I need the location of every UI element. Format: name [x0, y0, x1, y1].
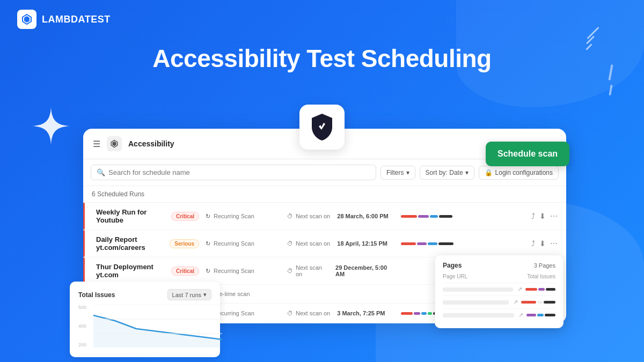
more-icon[interactable]: ⋯: [550, 212, 558, 220]
share-icon[interactable]: ⤴: [531, 239, 535, 248]
bar-segment: [418, 215, 429, 218]
popup-url-bar: [443, 313, 514, 317]
hamburger-icon[interactable]: ☰: [93, 139, 100, 149]
panel-logo: [107, 136, 122, 151]
row-name: Thur Deployment yt.com Critical: [92, 263, 199, 279]
table-row: Daily Report yt.com/careers Serious ↻ Re…: [83, 230, 566, 257]
chart-svg: [93, 305, 222, 348]
svg-marker-0: [93, 315, 222, 348]
badge-critical: Critical: [171, 212, 199, 221]
schedule-scan-button[interactable]: Schedule scan: [486, 142, 569, 166]
row-scan-type: ↻ Recurring Scan: [206, 213, 281, 220]
filters-button[interactable]: Filters ▾: [380, 166, 415, 180]
search-icon: 🔍: [97, 168, 105, 176]
recurring-icon: ↻: [206, 268, 210, 275]
external-link-icon[interactable]: ↗: [517, 286, 522, 293]
clock-icon: ⏱: [287, 213, 293, 219]
row-scan-type: ↻ Recurring Scan: [206, 240, 281, 247]
download-icon[interactable]: ⬇: [539, 239, 546, 248]
shield-icon-container: [299, 105, 345, 150]
row-next-scan: ⏱ Next scan on 28 March, 6:00 PM: [287, 213, 394, 219]
badge-serious: Serious: [170, 239, 199, 248]
bar-segment: [401, 215, 417, 218]
popup-title: Pages: [443, 262, 462, 269]
chart-header: Total Issues Last 7 runs ▾: [78, 289, 211, 300]
popup-header: Pages 3 Pages: [443, 262, 555, 269]
logo-text: LAMBDATEST: [42, 14, 111, 25]
filter-chevron-icon: ▾: [406, 169, 409, 176]
bar-segment: [428, 312, 432, 315]
bar-segment: [401, 312, 413, 315]
clock-icon: ⏱: [287, 240, 293, 247]
search-input[interactable]: [108, 168, 370, 176]
row-next-scan: ⏱ Next scan on 3 March, 7:25 PM: [287, 310, 394, 316]
row-actions: ⤴ ⬇ ⋯: [531, 239, 558, 248]
row-indicator: [83, 203, 85, 230]
bar-segment: [421, 312, 427, 315]
external-link-icon[interactable]: ↗: [518, 312, 523, 319]
row-actions: ⤴ ⬇ ⋯: [531, 212, 558, 220]
bar-segment: [417, 242, 427, 245]
chart-title: Total Issues: [78, 291, 115, 299]
row-next-scan: ⏱ Next scan on 18 April, 12:15 PM: [287, 240, 394, 247]
bar-segment: [430, 215, 438, 218]
external-link-icon[interactable]: ↗: [513, 299, 518, 306]
star-decoration: [32, 107, 70, 145]
bar-segment: [428, 242, 437, 245]
popup-columns: Page URL Total Issues: [443, 274, 555, 279]
clock-icon: ⏱: [287, 268, 293, 274]
chart-panel: Total Issues Last 7 runs ▾ 500 400 200: [70, 282, 220, 357]
popup-row: ↗: [443, 308, 555, 321]
row-name: Daily Report yt.com/careers Serious: [92, 235, 199, 252]
bar-segment: [439, 215, 452, 218]
chart-area: 500 400 200: [78, 305, 211, 350]
login-config-button[interactable]: 🔒 Login configurations: [479, 166, 559, 180]
table-row: Weekly Run for Youtube Critical ↻ Recurr…: [83, 203, 566, 230]
logo: LAMBDATEST: [17, 10, 111, 29]
row-bar: [401, 215, 465, 218]
popup-count: 3 Pages: [534, 262, 555, 269]
chart-y-axis: 500 400 200: [78, 305, 86, 348]
popup-url-bar: [443, 287, 513, 292]
lock-icon: 🔒: [485, 169, 493, 176]
chart-filter-button[interactable]: Last 7 runs ▾: [167, 289, 211, 300]
recurring-icon: ↻: [206, 213, 210, 220]
row-name: Weekly Run for Youtube Critical: [92, 208, 199, 224]
clock-icon: ⏱: [287, 310, 293, 316]
bar-segment: [438, 242, 453, 245]
search-input-wrap[interactable]: 🔍: [91, 165, 376, 180]
more-icon[interactable]: ⋯: [550, 239, 558, 248]
badge-critical: Critical: [171, 267, 199, 276]
row-next-scan: ⏱ Next scan on 29 December, 5:00 AM: [287, 264, 394, 277]
popup-bar-group: [521, 301, 555, 304]
shield-icon: [309, 112, 335, 142]
logo-icon: [17, 10, 36, 29]
pages-popup: Pages 3 Pages Page URL Total Issues ↗ ↗ …: [435, 255, 564, 328]
popup-row: ↗: [443, 283, 555, 295]
chevron-down-icon: ▾: [203, 291, 207, 298]
row-indicator: [83, 257, 85, 284]
recurring-icon: ↻: [206, 240, 210, 247]
download-icon[interactable]: ⬇: [539, 212, 546, 220]
top-nav: LAMBDATEST: [0, 0, 644, 39]
share-icon[interactable]: ⤴: [531, 212, 535, 220]
hero-title: Accessibility Test Scheduling: [0, 44, 644, 73]
bar-segment: [414, 312, 420, 315]
popup-url-bar: [443, 300, 509, 305]
bar-segment: [401, 242, 416, 245]
row-scan-type: ↻ Recurring Scan: [206, 268, 281, 275]
scheduled-count: 6 Scheduled Runs: [83, 186, 566, 203]
popup-bar-group: [526, 314, 555, 316]
row-indicator: [83, 230, 85, 257]
sort-chevron-icon: ▾: [465, 169, 469, 176]
popup-bar-group: [525, 288, 555, 291]
popup-row: ↗: [443, 295, 555, 308]
sort-button[interactable]: Sort by: Date ▾: [420, 166, 474, 180]
row-bar: [401, 242, 465, 245]
